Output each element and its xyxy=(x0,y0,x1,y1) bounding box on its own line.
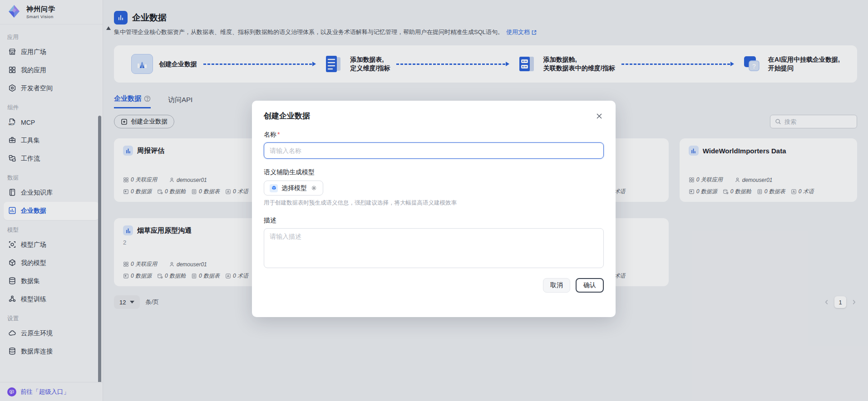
create-enterprise-data-dialog: 创建企业数据 名称* 语义辅助生成模型 选择模型 用于创建数据表时预生成语义信息… xyxy=(252,101,616,317)
model-cube-icon xyxy=(270,184,278,192)
gear-icon xyxy=(311,185,317,191)
confirm-button[interactable]: 确认 xyxy=(576,278,604,293)
enterprise-data-page: 神州问学 Smart Vision 应用 应用广场 我的应用 开发者空间 组件 … xyxy=(0,0,868,401)
description-textarea[interactable] xyxy=(264,228,604,268)
dialog-title: 创建企业数据 xyxy=(264,111,310,121)
model-hint-text: 用于创建数据表时预生成语义信息，强烈建议选择，将大幅提高语义建模效率 xyxy=(264,199,604,207)
description-label: 描述 xyxy=(264,216,604,225)
model-label: 语义辅助生成模型 xyxy=(264,168,604,176)
name-input[interactable] xyxy=(264,142,604,159)
cancel-button[interactable]: 取消 xyxy=(543,278,570,293)
select-model-button[interactable]: 选择模型 xyxy=(264,181,323,196)
select-model-label: 选择模型 xyxy=(281,184,307,192)
required-asterisk: * xyxy=(277,131,280,138)
close-icon xyxy=(596,112,603,120)
name-label: 名称* xyxy=(264,131,604,139)
close-button[interactable] xyxy=(595,112,604,121)
